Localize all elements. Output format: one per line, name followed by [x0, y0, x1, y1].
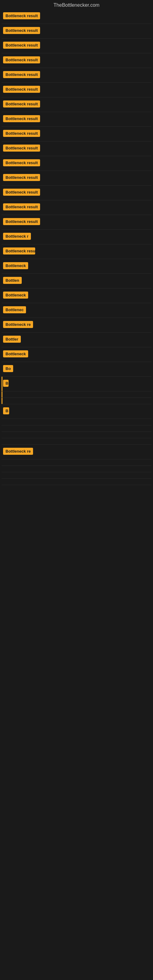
bottleneck-badge: Bottleneck result — [3, 56, 40, 64]
list-item[interactable]: Bottleneck result — [2, 200, 151, 215]
bottleneck-badge: Bottleneck resu — [3, 247, 35, 255]
list-item[interactable]: Bottleneck result — [2, 53, 151, 68]
list-item[interactable]: Bottlen — [2, 274, 151, 288]
site-header: TheBottlenecker.com — [0, 0, 153, 9]
bottleneck-badge: Bottler — [3, 336, 21, 343]
list-item[interactable] — [2, 479, 151, 485]
list-item[interactable]: Bottleneck result — [2, 215, 151, 230]
list-item[interactable] — [2, 460, 151, 466]
list-item[interactable]: Bottleneck result — [2, 83, 151, 97]
list-item[interactable] — [2, 398, 151, 404]
list-item[interactable] — [2, 419, 151, 425]
list-item[interactable]: Bottleneck re — [2, 318, 151, 332]
list-item[interactable]: Bottleneck r — [2, 230, 151, 244]
bottleneck-badge: Bottleneck r — [3, 233, 31, 240]
list-item[interactable]: Bottleneck resu — [2, 244, 151, 259]
site-title: TheBottlenecker.com — [0, 0, 153, 9]
bottleneck-badge: Bottleneck result — [3, 71, 40, 78]
list-item[interactable]: Bottleneck result — [2, 68, 151, 83]
bottleneck-badge: Bottleneck — [3, 291, 28, 299]
bottleneck-badge: Bottleneck result — [3, 145, 40, 151]
list-item[interactable]: Bottleneck — [2, 288, 151, 303]
list-item[interactable]: Bottleneck re — [2, 445, 151, 460]
bottleneck-badge: Bottleneck result — [3, 204, 40, 210]
bottleneck-list: Bottleneck resultBottleneck resultBottle… — [0, 9, 153, 485]
bottleneck-badge: Bo — [3, 365, 13, 372]
bottleneck-badge: Bottlen — [3, 277, 22, 284]
list-item[interactable]: B — [2, 404, 151, 419]
bottleneck-badge: Bottleneck — [3, 262, 28, 269]
list-item[interactable]: Bo — [2, 362, 151, 377]
list-item[interactable]: Bottleneck result — [2, 24, 151, 38]
list-item[interactable]: Bottlenec — [2, 303, 151, 318]
list-item[interactable]: Bottleneck result — [2, 9, 151, 24]
list-item[interactable]: Bottleneck — [2, 347, 151, 362]
bottleneck-badge: Bottleneck result — [3, 130, 40, 137]
bottleneck-badge: Bottleneck re — [3, 321, 33, 328]
bottleneck-badge: B — [3, 407, 9, 414]
bottleneck-badge: Bottleneck result — [3, 41, 40, 49]
bottleneck-badge: Bottleneck result — [3, 174, 40, 181]
list-item[interactable] — [2, 472, 151, 479]
bottleneck-badge: Bottleneck result — [3, 189, 40, 196]
bottleneck-badge: B — [3, 380, 9, 387]
bottleneck-badge: Bottleneck result — [3, 218, 40, 225]
bottleneck-badge: Bottleneck result — [3, 159, 40, 166]
list-item[interactable] — [2, 432, 151, 438]
bottleneck-badge: Bottleneck result — [3, 100, 40, 108]
bottleneck-badge: Bottleneck result — [3, 12, 40, 19]
list-item[interactable]: Bottleneck result — [2, 38, 151, 53]
bottleneck-badge: Bottleneck — [3, 350, 28, 357]
bottleneck-badge: Bottlenec — [3, 306, 26, 313]
list-item[interactable]: Bottleneck result — [2, 112, 151, 127]
list-item[interactable]: Bottleneck result — [2, 142, 151, 156]
bottleneck-badge: Bottleneck result — [3, 115, 40, 122]
list-item[interactable]: Bottleneck result — [2, 186, 151, 200]
list-item[interactable] — [2, 391, 151, 398]
list-item[interactable]: Bottler — [2, 332, 151, 347]
bottleneck-badge: Bottleneck result — [3, 27, 40, 34]
bottleneck-badge: Bottleneck result — [3, 86, 40, 93]
bottleneck-badge: Bottleneck re — [3, 448, 33, 455]
list-item[interactable] — [2, 438, 151, 445]
list-item[interactable] — [2, 425, 151, 432]
list-item[interactable] — [2, 466, 151, 472]
list-item[interactable]: B — [2, 377, 151, 391]
list-item[interactable]: Bottleneck result — [2, 171, 151, 186]
list-item[interactable]: Bottleneck result — [2, 156, 151, 171]
list-item[interactable]: Bottleneck result — [2, 97, 151, 112]
list-item[interactable]: Bottleneck — [2, 259, 151, 274]
list-item[interactable]: Bottleneck result — [2, 127, 151, 142]
